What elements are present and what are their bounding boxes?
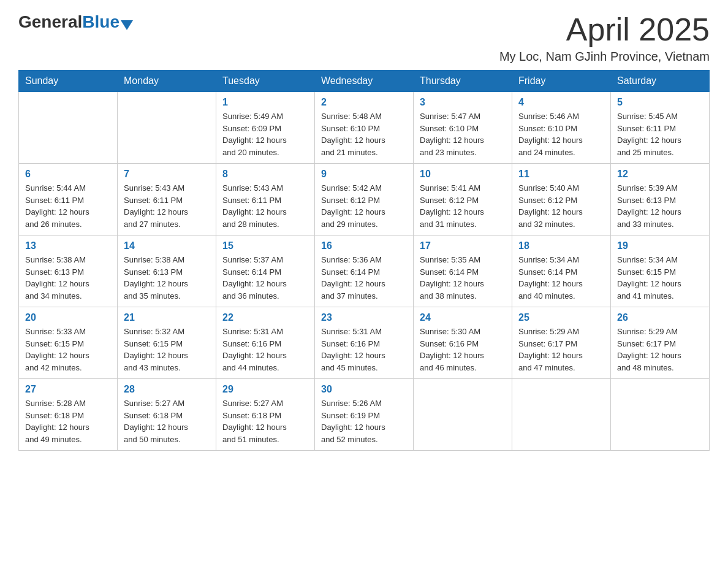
day-info: Sunrise: 5:31 AM Sunset: 6:16 PM Dayligh… (321, 326, 407, 373)
day-info: Sunrise: 5:34 AM Sunset: 6:14 PM Dayligh… (518, 254, 604, 302)
weekday-header-monday: Monday (118, 71, 216, 92)
day-info: Sunrise: 5:39 AM Sunset: 6:13 PM Dayligh… (617, 182, 703, 230)
location-subtitle: My Loc, Nam GJinh Province, Vietnam (499, 50, 710, 64)
day-info: Sunrise: 5:34 AM Sunset: 6:15 PM Dayligh… (617, 254, 703, 302)
day-info: Sunrise: 5:47 AM Sunset: 6:10 PM Dayligh… (420, 110, 506, 158)
day-info: Sunrise: 5:45 AM Sunset: 6:11 PM Dayligh… (617, 110, 703, 158)
calendar-cell: 22Sunrise: 5:31 AM Sunset: 6:16 PM Dayli… (216, 307, 315, 379)
calendar-cell: 20Sunrise: 5:33 AM Sunset: 6:15 PM Dayli… (19, 307, 118, 379)
calendar-cell: 30Sunrise: 5:26 AM Sunset: 6:19 PM Dayli… (315, 379, 414, 451)
calendar-cell: 21Sunrise: 5:32 AM Sunset: 6:15 PM Dayli… (118, 307, 216, 379)
day-info: Sunrise: 5:36 AM Sunset: 6:14 PM Dayligh… (321, 254, 407, 302)
calendar-cell: 15Sunrise: 5:37 AM Sunset: 6:14 PM Dayli… (216, 236, 315, 307)
page-header: GeneralBlue April 2025 My Loc, Nam GJinh… (18, 12, 710, 64)
title-block: April 2025 My Loc, Nam GJinh Province, V… (499, 12, 710, 64)
day-info: Sunrise: 5:26 AM Sunset: 6:19 PM Dayligh… (321, 397, 407, 445)
calendar-cell: 29Sunrise: 5:27 AM Sunset: 6:18 PM Dayli… (216, 379, 315, 451)
day-info: Sunrise: 5:29 AM Sunset: 6:17 PM Dayligh… (518, 326, 604, 373)
day-info: Sunrise: 5:28 AM Sunset: 6:18 PM Dayligh… (25, 397, 111, 445)
day-number: 24 (420, 312, 506, 323)
day-number: 29 (222, 384, 308, 395)
day-number: 18 (518, 240, 604, 251)
calendar-cell: 25Sunrise: 5:29 AM Sunset: 6:17 PM Dayli… (512, 307, 611, 379)
calendar-cell: 6Sunrise: 5:44 AM Sunset: 6:11 PM Daylig… (19, 164, 118, 236)
day-info: Sunrise: 5:35 AM Sunset: 6:14 PM Dayligh… (420, 254, 506, 302)
calendar-cell: 2Sunrise: 5:48 AM Sunset: 6:10 PM Daylig… (315, 92, 414, 164)
calendar-cell: 24Sunrise: 5:30 AM Sunset: 6:16 PM Dayli… (414, 307, 512, 379)
day-info: Sunrise: 5:29 AM Sunset: 6:17 PM Dayligh… (617, 326, 703, 373)
calendar-cell: 18Sunrise: 5:34 AM Sunset: 6:14 PM Dayli… (512, 236, 611, 307)
day-info: Sunrise: 5:42 AM Sunset: 6:12 PM Dayligh… (321, 182, 407, 230)
day-number: 2 (321, 97, 407, 108)
calendar-cell: 11Sunrise: 5:40 AM Sunset: 6:12 PM Dayli… (512, 164, 611, 236)
day-info: Sunrise: 5:40 AM Sunset: 6:12 PM Dayligh… (518, 182, 604, 230)
day-number: 27 (25, 384, 111, 395)
calendar-cell: 28Sunrise: 5:27 AM Sunset: 6:18 PM Dayli… (118, 379, 216, 451)
weekday-header-wednesday: Wednesday (315, 71, 414, 92)
calendar-cell: 3Sunrise: 5:47 AM Sunset: 6:10 PM Daylig… (414, 92, 512, 164)
calendar-table: SundayMondayTuesdayWednesdayThursdayFrid… (18, 70, 710, 451)
day-number: 26 (617, 312, 703, 323)
day-info: Sunrise: 5:32 AM Sunset: 6:15 PM Dayligh… (124, 326, 210, 373)
day-number: 11 (518, 169, 604, 180)
day-info: Sunrise: 5:43 AM Sunset: 6:11 PM Dayligh… (222, 182, 308, 230)
day-info: Sunrise: 5:41 AM Sunset: 6:12 PM Dayligh… (420, 182, 506, 230)
logo-general: General (18, 12, 82, 31)
day-number: 30 (321, 384, 407, 395)
day-number: 28 (124, 384, 210, 395)
day-number: 13 (25, 240, 111, 251)
calendar-cell (118, 92, 216, 164)
weekday-header-friday: Friday (512, 71, 611, 92)
day-number: 15 (222, 240, 308, 251)
day-number: 4 (518, 97, 604, 108)
calendar-week-row: 27Sunrise: 5:28 AM Sunset: 6:18 PM Dayli… (19, 379, 710, 451)
weekday-header-sunday: Sunday (19, 71, 118, 92)
weekday-header-thursday: Thursday (414, 71, 512, 92)
calendar-cell: 4Sunrise: 5:46 AM Sunset: 6:10 PM Daylig… (512, 92, 611, 164)
day-number: 6 (25, 169, 111, 180)
day-info: Sunrise: 5:27 AM Sunset: 6:18 PM Dayligh… (222, 397, 308, 445)
calendar-cell: 7Sunrise: 5:43 AM Sunset: 6:11 PM Daylig… (118, 164, 216, 236)
calendar-cell: 12Sunrise: 5:39 AM Sunset: 6:13 PM Dayli… (611, 164, 710, 236)
day-info: Sunrise: 5:38 AM Sunset: 6:13 PM Dayligh… (25, 254, 111, 302)
weekday-header-saturday: Saturday (611, 71, 710, 92)
calendar-cell: 16Sunrise: 5:36 AM Sunset: 6:14 PM Dayli… (315, 236, 414, 307)
day-number: 5 (617, 97, 703, 108)
calendar-cell: 27Sunrise: 5:28 AM Sunset: 6:18 PM Dayli… (19, 379, 118, 451)
day-info: Sunrise: 5:31 AM Sunset: 6:16 PM Dayligh… (222, 326, 308, 373)
calendar-cell: 1Sunrise: 5:49 AM Sunset: 6:09 PM Daylig… (216, 92, 315, 164)
day-number: 14 (124, 240, 210, 251)
day-info: Sunrise: 5:30 AM Sunset: 6:16 PM Dayligh… (420, 326, 506, 373)
calendar-week-row: 20Sunrise: 5:33 AM Sunset: 6:15 PM Dayli… (19, 307, 710, 379)
day-number: 8 (222, 169, 308, 180)
day-number: 19 (617, 240, 703, 251)
day-number: 25 (518, 312, 604, 323)
day-number: 20 (25, 312, 111, 323)
day-info: Sunrise: 5:43 AM Sunset: 6:11 PM Dayligh… (124, 182, 210, 230)
day-number: 9 (321, 169, 407, 180)
day-number: 1 (222, 97, 308, 108)
day-info: Sunrise: 5:44 AM Sunset: 6:11 PM Dayligh… (25, 182, 111, 230)
day-info: Sunrise: 5:33 AM Sunset: 6:15 PM Dayligh… (25, 326, 111, 373)
calendar-cell: 9Sunrise: 5:42 AM Sunset: 6:12 PM Daylig… (315, 164, 414, 236)
day-number: 23 (321, 312, 407, 323)
day-number: 12 (617, 169, 703, 180)
calendar-week-row: 1Sunrise: 5:49 AM Sunset: 6:09 PM Daylig… (19, 92, 710, 164)
logo-blue: Blue (82, 12, 119, 31)
calendar-cell: 13Sunrise: 5:38 AM Sunset: 6:13 PM Dayli… (19, 236, 118, 307)
logo-triangle-icon (121, 20, 133, 30)
calendar-header-row: SundayMondayTuesdayWednesdayThursdayFrid… (19, 71, 710, 92)
calendar-cell: 26Sunrise: 5:29 AM Sunset: 6:17 PM Dayli… (611, 307, 710, 379)
day-info: Sunrise: 5:27 AM Sunset: 6:18 PM Dayligh… (124, 397, 210, 445)
calendar-cell (19, 92, 118, 164)
day-info: Sunrise: 5:46 AM Sunset: 6:10 PM Dayligh… (518, 110, 604, 158)
calendar-cell: 17Sunrise: 5:35 AM Sunset: 6:14 PM Dayli… (414, 236, 512, 307)
day-number: 21 (124, 312, 210, 323)
calendar-week-row: 13Sunrise: 5:38 AM Sunset: 6:13 PM Dayli… (19, 236, 710, 307)
calendar-title: April 2025 (499, 12, 710, 47)
logo: GeneralBlue (18, 12, 133, 32)
day-info: Sunrise: 5:38 AM Sunset: 6:13 PM Dayligh… (124, 254, 210, 302)
calendar-cell (414, 379, 512, 451)
calendar-cell: 23Sunrise: 5:31 AM Sunset: 6:16 PM Dayli… (315, 307, 414, 379)
day-info: Sunrise: 5:48 AM Sunset: 6:10 PM Dayligh… (321, 110, 407, 158)
